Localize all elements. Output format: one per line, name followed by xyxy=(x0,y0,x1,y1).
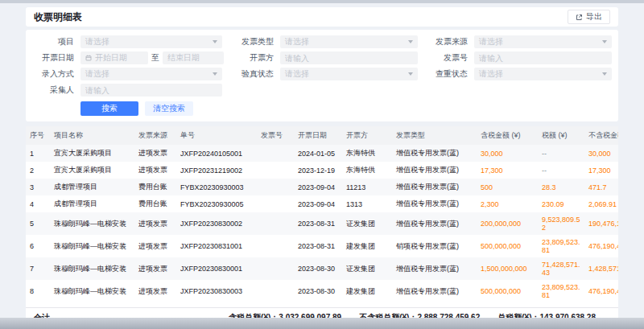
filter-grid: 项目 请选择 发票类型 请选择 发票来源 请选择 xyxy=(32,35,612,97)
table-cell: 证发集团 xyxy=(342,212,392,235)
table-cell: 9,523,809.52 xyxy=(538,212,584,235)
table-cell: 2023-08-31 xyxy=(294,235,342,257)
clear-search-button[interactable]: 清空搜索 xyxy=(145,101,193,116)
search-button[interactable]: 搜索 xyxy=(80,101,138,116)
verify-status-select-placeholder: 请选择 xyxy=(285,68,309,80)
calendar-icon xyxy=(85,55,92,61)
column-header: 发票号 xyxy=(257,126,294,145)
export-button[interactable]: 导出 xyxy=(568,10,610,24)
table-row: 4成都管理项目费用台账FYBX202309300052023-09-041313… xyxy=(26,195,618,212)
invoice-table: 序号项目名称发票来源单号发票号开票日期开票方发票类型含税金额 (¥)税额 (¥)… xyxy=(26,126,618,302)
table-cell: JXFP20231219002 xyxy=(176,162,257,179)
table-cell: -- xyxy=(538,162,584,179)
invoice-type-select[interactable]: 请选择 xyxy=(280,35,418,48)
table-row: 5珠穆朗玛峰—电梯安装进项发票JXFP202308300022023-08-31… xyxy=(26,212,618,235)
table-row: 7珠穆朗玛峰—电梯安装进项发票JXFP202308300012023-08-30… xyxy=(26,257,618,280)
table-cell: 费用台账 xyxy=(134,195,176,212)
table-cell: 增值税专用发票(蓝) xyxy=(392,145,477,162)
table-cell: 500,000,000 xyxy=(477,235,538,257)
table-cell: 宜宾大厦采购项目 xyxy=(50,145,134,162)
table-cell: 471.7 xyxy=(584,179,618,195)
page-header: 收票明细表 导出 xyxy=(26,7,618,27)
entry-method-label: 录入方式 xyxy=(32,68,74,80)
table-cell xyxy=(257,162,294,179)
invoice-type-select-placeholder: 请选择 xyxy=(285,36,309,47)
verify-status-select[interactable]: 请选择 xyxy=(280,68,418,80)
table-cell: 1 xyxy=(26,145,50,162)
column-header: 不含税金额 (¥) xyxy=(584,126,618,145)
filter-field-dup-status: 查重状态 请选择 xyxy=(426,68,612,80)
table-cell: 476,190,476.19 xyxy=(584,280,618,302)
table-cell: 成都管理项目 xyxy=(50,195,134,212)
table-cell: 30,000 xyxy=(584,145,618,162)
table-cell: 4 xyxy=(26,195,50,212)
table-cell: 进项发票 xyxy=(134,257,176,280)
table-cell: 增值税专用发票(蓝) xyxy=(392,257,477,280)
table-cell: 7 xyxy=(26,257,50,280)
table-cell: 23,809,523.81 xyxy=(538,235,584,257)
invoice-detail-page: 收票明细表 导出 项目 请选择 发票类型 xyxy=(0,7,644,329)
table-cell: 6 xyxy=(26,235,50,257)
table-cell: 2,069.91 xyxy=(584,195,618,212)
table-cell: 1,428,571,428.57 xyxy=(584,257,618,280)
table-scroll-area[interactable]: 序号项目名称发票来源单号发票号开票日期开票方发票类型含税金额 (¥)税额 (¥)… xyxy=(26,126,618,307)
table-cell: 建发集团 xyxy=(342,235,392,257)
table-cell: 增值税专用发票(蓝) xyxy=(392,195,477,212)
chevron-down-icon xyxy=(602,40,607,43)
table-row: 1宜宾大厦采购项目进项发票JXFP202401050012024-01-05东海… xyxy=(26,145,618,162)
date-range-separator: 至 xyxy=(151,52,159,64)
table-cell: 证发集团 xyxy=(342,257,392,280)
filter-field-invoice-source: 发票来源 请选择 xyxy=(426,35,612,48)
table-cell xyxy=(257,195,294,212)
project-select-placeholder: 请选择 xyxy=(85,36,109,47)
table-cell: JXFP20230830003 xyxy=(176,280,257,302)
end-date-placeholder: 结束日期 xyxy=(167,52,200,64)
table-cell: JXFP20230831001 xyxy=(176,235,257,257)
project-label: 项目 xyxy=(32,36,74,47)
filter-actions: 搜索 清空搜索 xyxy=(32,101,612,116)
chevron-down-icon xyxy=(213,40,217,43)
project-select[interactable]: 请选择 xyxy=(80,35,222,48)
dup-status-select[interactable]: 请选择 xyxy=(474,68,612,80)
entry-method-select[interactable]: 请选择 xyxy=(80,68,222,80)
column-header: 税额 (¥) xyxy=(538,126,584,145)
chevron-down-icon xyxy=(408,40,413,43)
collector-input[interactable] xyxy=(80,84,222,97)
table-cell: 1,500,000,000 xyxy=(477,257,538,280)
table-cell: 成都管理项目 xyxy=(50,179,134,195)
table-row: 2宜宾大厦采购项目进项发票JXFP202312190022023-12-19东海… xyxy=(26,162,618,179)
table-cell: 8 xyxy=(26,280,50,302)
table-cell: FYBX20230930003 xyxy=(176,179,257,195)
table-cell: 2023-09-04 xyxy=(294,195,342,212)
end-date-input[interactable]: 结束日期 xyxy=(163,51,224,64)
table-cell: 3 xyxy=(26,179,50,195)
filter-field-project: 项目 请选择 xyxy=(32,35,224,48)
column-header: 发票来源 xyxy=(134,126,176,145)
invoice-table-card: 序号项目名称发票来源单号发票号开票日期开票方发票类型含税金额 (¥)税额 (¥)… xyxy=(26,126,618,329)
table-cell: 2 xyxy=(26,162,50,179)
column-header: 单号 xyxy=(176,126,257,145)
table-cell: 进项发票 xyxy=(134,212,176,235)
export-icon xyxy=(576,14,583,21)
table-cell: -- xyxy=(538,145,584,162)
issuer-input[interactable] xyxy=(280,51,418,64)
table-cell: 71,428,571.43 xyxy=(538,257,584,280)
start-date-input[interactable]: 开始日期 xyxy=(80,51,148,64)
chevron-down-icon xyxy=(408,72,413,76)
table-cell: 2023-08-31 xyxy=(294,212,342,235)
table-cell: 东海特供 xyxy=(342,162,392,179)
table-cell: 2023-08-30 xyxy=(294,280,342,302)
column-header: 项目名称 xyxy=(50,126,134,145)
invoice-no-label: 发票号 xyxy=(426,52,468,64)
invoice-source-select[interactable]: 请选择 xyxy=(474,35,612,48)
export-label: 导出 xyxy=(586,11,602,23)
column-header: 开票方 xyxy=(342,126,392,145)
invoice-source-select-placeholder: 请选择 xyxy=(479,36,503,47)
table-row: 3成都管理项目费用台账FYBX202309300032023-09-041121… xyxy=(26,179,618,195)
filter-field-entry-method: 录入方式 请选择 xyxy=(32,68,224,80)
top-edge xyxy=(0,0,644,3)
invoice-no-input[interactable] xyxy=(474,51,612,64)
table-cell xyxy=(257,145,294,162)
table-cell: JXFP20230830001 xyxy=(176,257,257,280)
table-cell: 17,300 xyxy=(584,162,618,179)
